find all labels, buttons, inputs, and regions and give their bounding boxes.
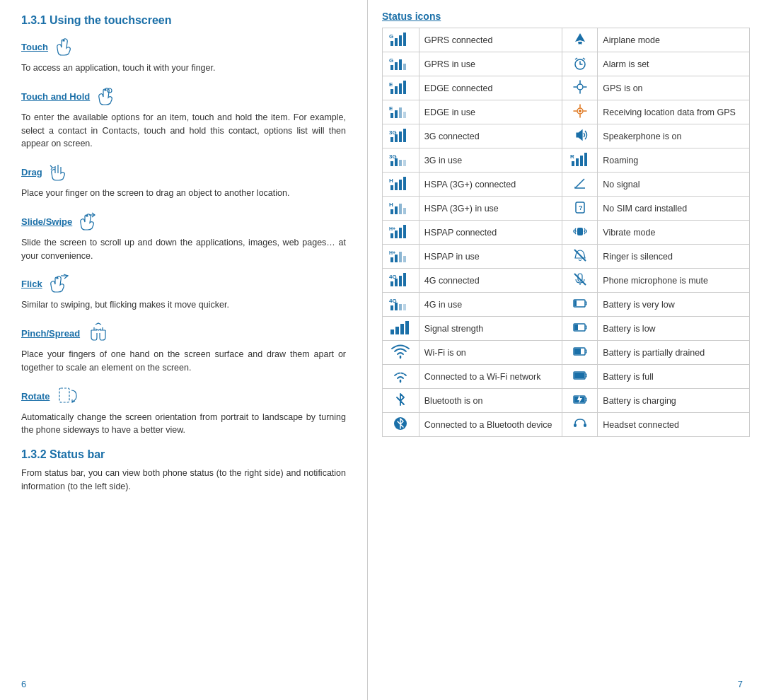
status-label-11-left: 4G in use (419, 293, 562, 317)
gesture-desc-flick: Similar to swiping, but flicking makes i… (21, 298, 346, 312)
svg-rect-28 (395, 134, 398, 142)
svg-rect-49 (399, 204, 402, 214)
status-label-0-left: GPRS connected (419, 28, 562, 52)
status-icon-4G_signal: 4G (383, 269, 419, 293)
table-row: HHSPA (3G+) connectedNo signal (383, 173, 750, 197)
status-icon-E_signal_use: E (383, 100, 419, 124)
table-row: H+HSPAP connectedVibrate mode (383, 221, 750, 245)
svg-rect-14 (390, 89, 393, 94)
table-row: GGPRS in useAlarm is set (383, 52, 750, 76)
section-title-statusbar: 1.3.2 Status bar (21, 448, 346, 461)
svg-point-0 (108, 88, 112, 93)
status-icon-speaker (562, 124, 598, 148)
svg-rect-33 (395, 158, 398, 166)
gesture-rotate: Rotate Automatically change the screen o… (21, 385, 346, 438)
status-label-16-left: Connected to a Bluetooth device (419, 413, 562, 437)
svg-rect-9 (395, 62, 398, 70)
status-icon-H+_signal_use: H+ (383, 245, 419, 269)
svg-rect-77 (390, 329, 394, 334)
svg-rect-65 (390, 281, 393, 286)
svg-rect-29 (399, 132, 402, 142)
status-label-7-left: HSPA (3G+) in use (419, 197, 562, 221)
status-icon-batt_full (562, 365, 598, 389)
status-label-13-right: Battery is partially drained (598, 341, 750, 365)
gesture-desc-touch: To access an application, touch it with … (21, 62, 346, 75)
table-row: Bluetooth is onBattery is charging (383, 389, 750, 413)
svg-rect-66 (395, 279, 398, 286)
table-row: 3G3G in useRRoaming (383, 148, 750, 173)
gesture-container: Touch To access an application, touch it… (21, 35, 346, 437)
status-icons-title: Status icons (382, 11, 750, 22)
status-icon-gps_receive (562, 100, 598, 124)
gesture-header-rotate: Rotate (21, 385, 346, 408)
svg-point-18 (577, 84, 583, 90)
status-label-2-right: GPS is on (598, 76, 750, 100)
table-row: Connected to a Wi-Fi networkBattery is f… (383, 365, 750, 389)
status-label-9-left: HSPAP in use (419, 245, 562, 269)
status-label-6-left: HSPA (3G+) connected (419, 173, 562, 197)
table-row: HHSPA (3G+) in use?No SIM card installed (383, 197, 750, 221)
svg-rect-43 (395, 182, 398, 190)
gesture-header-touch-hold: Touch and Hold (21, 85, 346, 108)
status-icon-bt_connected (383, 413, 419, 437)
svg-rect-22 (399, 107, 402, 118)
page-number-right: 7 (738, 679, 743, 689)
status-icon-signal_strength (383, 317, 419, 341)
status-label-3-right: Receiving location data from GPS (598, 100, 750, 124)
right-panel: Status icons GGPRS connectedAirplane mod… (368, 0, 764, 700)
svg-text:H+: H+ (389, 250, 395, 255)
status-icon-wifi_network (383, 365, 419, 389)
status-icon-3G_signal_use: 3G (383, 148, 419, 173)
status-label-8-right: Vibrate mode (598, 221, 750, 245)
gesture-header-drag: Drag (21, 161, 346, 184)
status-label-13-left: Wi-Fi is on (419, 341, 562, 365)
svg-rect-20 (390, 113, 393, 118)
svg-rect-1 (59, 388, 69, 402)
svg-rect-61 (395, 255, 398, 262)
status-icon-H+_signal: H+ (383, 221, 419, 245)
svg-rect-3 (390, 41, 393, 46)
svg-rect-67 (399, 276, 402, 286)
svg-rect-47 (390, 209, 393, 214)
status-label-7-right: No SIM card installed (598, 197, 750, 221)
gesture-label-rotate: Rotate (21, 391, 50, 402)
gesture-label-touch-hold: Touch and Hold (21, 91, 90, 102)
status-icon-H_signal_use: H (383, 197, 419, 221)
table-row: Connected to a Bluetooth deviceHeadset c… (383, 413, 750, 437)
status-label-6-right: No signal (598, 173, 750, 197)
gesture-icon-touch-hold (94, 85, 115, 108)
status-bar-desc: From status bar, you can view both phone… (21, 467, 346, 494)
status-icon-3G_signal: 3G (383, 124, 419, 148)
status-label-9-right: Ringer is silenced (598, 245, 750, 269)
status-icon-no_sim: ? (562, 197, 598, 221)
svg-rect-21 (395, 110, 398, 118)
status-label-5-left: 3G in use (419, 148, 562, 173)
table-row: Wi-Fi is onBattery is partially drained (383, 341, 750, 365)
svg-rect-73 (399, 304, 402, 310)
svg-text:H: H (389, 202, 393, 208)
svg-rect-90 (574, 424, 577, 427)
svg-rect-37 (572, 161, 574, 166)
status-label-14-left: Connected to a Wi-Fi network (419, 365, 562, 389)
status-icon-G_signal: G (383, 28, 419, 52)
svg-rect-50 (403, 208, 406, 214)
svg-rect-79 (400, 324, 404, 334)
gesture-desc-slide-swipe: Slide the screen to scroll up and down t… (21, 236, 346, 263)
svg-rect-58 (577, 228, 583, 235)
gesture-touch-hold: Touch and Hold To enter the available op… (21, 85, 346, 151)
status-icon-4G_signal_use: 4G (383, 293, 419, 317)
gesture-header-touch: Touch (21, 35, 346, 59)
svg-rect-15 (395, 86, 398, 94)
svg-rect-32 (390, 161, 393, 166)
svg-rect-56 (399, 228, 402, 238)
svg-rect-86 (574, 373, 584, 378)
table-row: 4G4G connectedPhone microphone is mute (383, 269, 750, 293)
svg-rect-27 (390, 137, 393, 142)
status-label-15-right: Battery is charging (598, 389, 750, 413)
gesture-flick: Flick Similar to swiping, but flicking m… (21, 272, 346, 312)
svg-rect-16 (399, 83, 402, 94)
gesture-desc-rotate: Automatically change the screen orientat… (21, 411, 346, 438)
svg-rect-44 (399, 180, 402, 190)
svg-text:E: E (389, 105, 393, 112)
status-label-4-left: 3G connected (419, 124, 562, 148)
